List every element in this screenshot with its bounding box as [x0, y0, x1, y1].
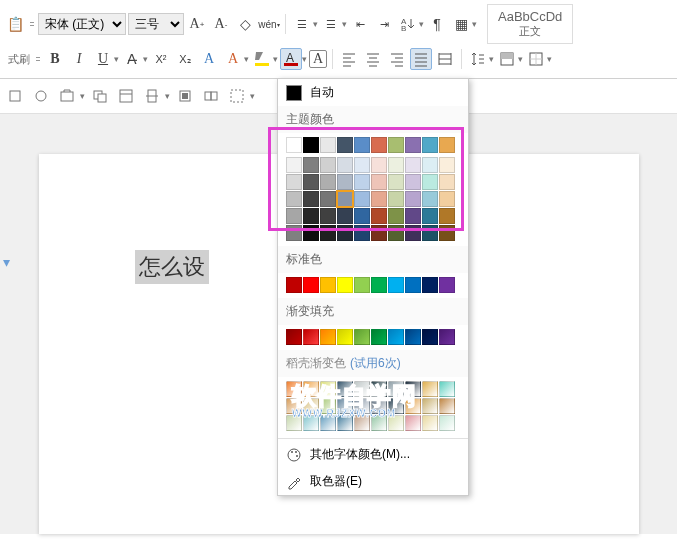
numbering-button[interactable]: ☰: [320, 13, 342, 35]
color-swatch[interactable]: [422, 225, 438, 241]
color-swatch[interactable]: [388, 137, 404, 153]
color-swatch[interactable]: [371, 174, 387, 190]
selected-text[interactable]: 怎么设: [135, 250, 209, 284]
gradient-swatch[interactable]: [422, 398, 438, 414]
color-swatch[interactable]: [320, 208, 336, 224]
gradient-swatch[interactable]: [405, 398, 421, 414]
gradient-swatch[interactable]: [303, 329, 319, 345]
gradient-swatch[interactable]: [388, 329, 404, 345]
color-swatch[interactable]: [422, 277, 438, 293]
show-marks-button[interactable]: ¶: [426, 13, 448, 35]
color-swatch[interactable]: [303, 137, 319, 153]
phonetic-button[interactable]: wén▾: [258, 13, 280, 35]
color-swatch[interactable]: [354, 137, 370, 153]
color-swatch[interactable]: [354, 225, 370, 241]
color-swatch[interactable]: [320, 277, 336, 293]
eyedropper-row[interactable]: 取色器(E): [278, 468, 468, 495]
color-swatch[interactable]: [371, 277, 387, 293]
gradient-swatch[interactable]: [337, 381, 353, 397]
sec-btn-4[interactable]: [89, 85, 111, 107]
color-swatch[interactable]: [422, 191, 438, 207]
gradient-swatch[interactable]: [320, 381, 336, 397]
color-swatch[interactable]: [286, 277, 302, 293]
gradient-swatch[interactable]: [439, 415, 455, 431]
style-normal[interactable]: AaBbCcDd 正文: [487, 4, 573, 44]
color-swatch[interactable]: [337, 277, 353, 293]
gradient-swatch[interactable]: [422, 381, 438, 397]
color-swatch[interactable]: [286, 174, 302, 190]
underline-button[interactable]: U: [92, 48, 114, 70]
grow-font-button[interactable]: A+: [186, 13, 208, 35]
color-swatch[interactable]: [286, 191, 302, 207]
gradient-swatch[interactable]: [405, 381, 421, 397]
color-swatch[interactable]: [371, 157, 387, 173]
color-swatch[interactable]: [354, 191, 370, 207]
sec-btn-5[interactable]: [115, 85, 137, 107]
gradient-swatch[interactable]: [337, 415, 353, 431]
color-swatch[interactable]: [320, 157, 336, 173]
color-swatch[interactable]: [320, 174, 336, 190]
color-swatch[interactable]: [337, 191, 353, 207]
gradient-swatch[interactable]: [354, 415, 370, 431]
color-swatch[interactable]: [286, 137, 302, 153]
color-swatch[interactable]: [354, 208, 370, 224]
char-effects-button[interactable]: A: [198, 48, 220, 70]
gradient-swatch[interactable]: [371, 381, 387, 397]
clear-format-button[interactable]: ◇: [234, 13, 256, 35]
color-swatch[interactable]: [388, 191, 404, 207]
gradient-swatch[interactable]: [388, 398, 404, 414]
color-swatch[interactable]: [337, 137, 353, 153]
color-swatch[interactable]: [439, 137, 455, 153]
align-left-button[interactable]: [338, 48, 360, 70]
gradient-swatch[interactable]: [422, 415, 438, 431]
color-swatch[interactable]: [303, 174, 319, 190]
gradient-swatch[interactable]: [303, 398, 319, 414]
gradient-swatch[interactable]: [354, 329, 370, 345]
color-swatch[interactable]: [405, 157, 421, 173]
color-swatch[interactable]: [405, 174, 421, 190]
color-swatch[interactable]: [422, 208, 438, 224]
sec-btn-9[interactable]: [226, 85, 248, 107]
gradient-swatch[interactable]: [337, 398, 353, 414]
color-swatch[interactable]: [337, 174, 353, 190]
gradient-swatch[interactable]: [286, 415, 302, 431]
sec-btn-2[interactable]: [30, 85, 52, 107]
shrink-font-button[interactable]: A-: [210, 13, 232, 35]
color-swatch[interactable]: [371, 137, 387, 153]
color-swatch[interactable]: [439, 208, 455, 224]
color-swatch[interactable]: [371, 191, 387, 207]
page-options-icon[interactable]: 📄 ▾: [0, 254, 10, 270]
color-swatch[interactable]: [439, 191, 455, 207]
color-swatch[interactable]: [405, 137, 421, 153]
color-swatch[interactable]: [286, 225, 302, 241]
color-swatch[interactable]: [320, 137, 336, 153]
gradient-swatch[interactable]: [405, 329, 421, 345]
indent-right-button[interactable]: ⇥: [373, 13, 395, 35]
color-swatch[interactable]: [388, 157, 404, 173]
gradient-swatch[interactable]: [303, 415, 319, 431]
color-swatch[interactable]: [303, 191, 319, 207]
color-swatch[interactable]: [439, 225, 455, 241]
sec-btn-1[interactable]: [4, 85, 26, 107]
gradient-swatch[interactable]: [405, 415, 421, 431]
color-swatch[interactable]: [337, 157, 353, 173]
color-swatch[interactable]: [286, 157, 302, 173]
text-effects-button[interactable]: A: [222, 48, 244, 70]
color-swatch[interactable]: [405, 208, 421, 224]
font-color-button[interactable]: A: [280, 48, 302, 70]
color-swatch[interactable]: [337, 208, 353, 224]
color-swatch[interactable]: [439, 277, 455, 293]
color-swatch[interactable]: [303, 157, 319, 173]
gradient-swatch[interactable]: [439, 398, 455, 414]
sec-btn-3[interactable]: [56, 85, 78, 107]
align-center-button[interactable]: [362, 48, 384, 70]
color-swatch[interactable]: [388, 208, 404, 224]
color-swatch[interactable]: [422, 137, 438, 153]
sec-btn-8[interactable]: [200, 85, 222, 107]
gradient-swatch[interactable]: [320, 398, 336, 414]
gradient-swatch[interactable]: [439, 329, 455, 345]
gradient-swatch[interactable]: [422, 329, 438, 345]
font-size-select[interactable]: 三号: [128, 13, 184, 35]
color-swatch[interactable]: [405, 191, 421, 207]
color-swatch[interactable]: [388, 225, 404, 241]
